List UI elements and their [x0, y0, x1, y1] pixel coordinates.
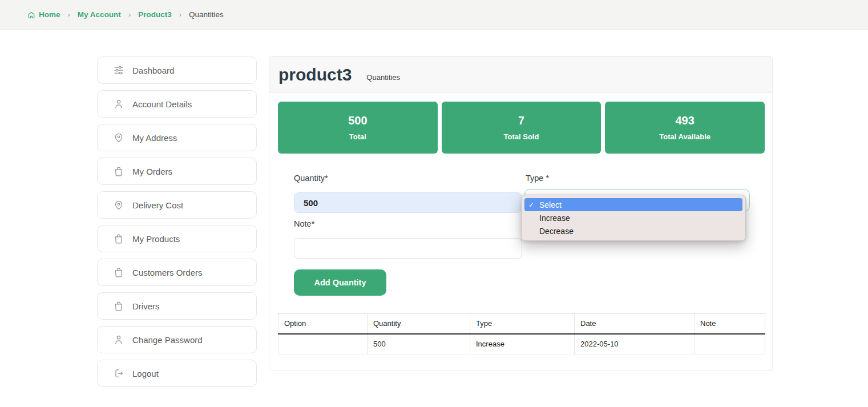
note-input[interactable] — [294, 238, 522, 259]
page-title: product3 — [278, 65, 352, 84]
stat-card-total-sold: 7 Total Sold — [442, 102, 601, 154]
dropdown-option-label: Increase — [539, 213, 570, 223]
sidebar-item-label: My Orders — [132, 167, 172, 176]
pin-icon — [113, 132, 124, 143]
add-quantity-button[interactable]: Add Quantity — [294, 269, 386, 296]
breadcrumb: Home › My Account › Product3 › Quantitie… — [0, 0, 868, 30]
cell-type: Increase — [470, 334, 575, 354]
sidebar-item-dashboard[interactable]: Dashboard — [97, 57, 257, 84]
panel-header: product3 Quantities — [269, 57, 772, 93]
bag-icon — [113, 267, 124, 278]
home-icon — [27, 11, 35, 19]
column-header-date: Date — [575, 314, 695, 334]
column-header-option: Option — [278, 314, 368, 334]
breadcrumb-home[interactable]: Home — [27, 10, 60, 19]
person-icon — [113, 334, 124, 345]
sidebar-item-delivery-cost[interactable]: Delivery Cost — [97, 191, 257, 219]
dropdown-option-decrease[interactable]: Decrease — [524, 224, 742, 237]
logout-icon — [113, 368, 124, 379]
dropdown-option-increase[interactable]: Increase — [524, 211, 742, 224]
sidebar-item-label: Dashboard — [132, 66, 174, 75]
breadcrumb-product3[interactable]: Product3 — [138, 10, 172, 19]
stat-label: Total Sold — [504, 133, 539, 140]
pin-icon — [113, 199, 124, 211]
stats-row: 500 Total 7 Total Sold 493 Total Availab… — [278, 102, 765, 154]
stat-value: 493 — [675, 115, 694, 126]
person-icon — [113, 98, 124, 110]
sidebar-item-label: My Address — [132, 133, 177, 143]
stat-card-total-available: 493 Total Available — [605, 102, 765, 154]
type-label: Type * — [526, 174, 549, 183]
sidebar-item-my-address[interactable]: My Address — [97, 124, 257, 151]
column-header-quantity: Quantity — [368, 314, 470, 334]
sidebar-item-my-orders[interactable]: My Orders — [97, 158, 257, 185]
sidebar-item-label: Account Details — [132, 99, 192, 109]
stat-value: 7 — [518, 115, 524, 126]
sidebar-item-my-products[interactable]: My Products — [97, 225, 257, 252]
sidebar-item-label: My Products — [132, 234, 180, 244]
stat-label: Total Available — [659, 133, 710, 140]
breadcrumb-separator: › — [128, 10, 131, 19]
bag-icon — [113, 166, 124, 177]
sidebar-item-logout[interactable]: Logout — [97, 360, 257, 387]
product-quantities-panel: product3 Quantities 500 Total 7 Total So… — [269, 56, 773, 370]
cell-quantity: 500 — [368, 334, 470, 354]
type-dropdown-menu: ✓ Select Increase Decrease — [521, 195, 746, 241]
sidebar-item-customers-orders[interactable]: Customers Orders — [97, 259, 257, 286]
stat-card-total: 500 Total — [278, 102, 438, 154]
check-icon: ✓ — [527, 200, 539, 209]
cell-option — [278, 334, 368, 354]
quantity-input[interactable] — [294, 192, 522, 213]
sidebar-item-label: Delivery Cost — [132, 200, 183, 210]
sidebar-item-change-password[interactable]: Change Password — [97, 326, 257, 353]
sidebar-item-drivers[interactable]: Drivers — [97, 292, 257, 320]
breadcrumb-separator: › — [179, 10, 181, 19]
table-row: 500 Increase 2022-05-10 — [278, 334, 765, 354]
sidebar-item-label: Change Password — [132, 335, 203, 345]
column-header-note: Note — [695, 314, 765, 334]
account-sidebar: Dashboard Account Details My Address My … — [97, 57, 257, 393]
dropdown-option-label: Select — [539, 200, 562, 209]
bag-icon — [113, 233, 124, 244]
quantity-history-table: Option Quantity Type Date Note 500 Incre… — [278, 313, 765, 354]
column-header-type: Type — [470, 314, 575, 334]
table-header-row: Option Quantity Type Date Note — [278, 314, 765, 334]
note-label: Note* — [294, 219, 314, 228]
breadcrumb-my-account[interactable]: My Account — [78, 10, 121, 19]
quantity-label: Quantity* — [294, 174, 328, 183]
sidebar-item-label: Logout — [132, 369, 159, 378]
sidebar-item-label: Drivers — [132, 301, 160, 311]
breadcrumb-separator: › — [68, 10, 70, 19]
cell-date: 2022-05-10 — [575, 334, 695, 354]
bag-icon — [113, 300, 124, 312]
sliders-icon — [113, 65, 124, 76]
breadcrumb-home-label: Home — [39, 10, 60, 19]
dropdown-option-select[interactable]: ✓ Select — [524, 198, 742, 211]
cell-note — [695, 334, 765, 354]
stat-value: 500 — [348, 115, 367, 126]
sidebar-item-account-details[interactable]: Account Details — [97, 90, 257, 118]
breadcrumb-current: Quantities — [189, 10, 224, 19]
page-subtitle: Quantities — [366, 73, 400, 82]
sidebar-item-label: Customers Orders — [132, 268, 203, 277]
stat-label: Total — [349, 133, 366, 140]
dropdown-option-label: Decrease — [539, 227, 574, 236]
